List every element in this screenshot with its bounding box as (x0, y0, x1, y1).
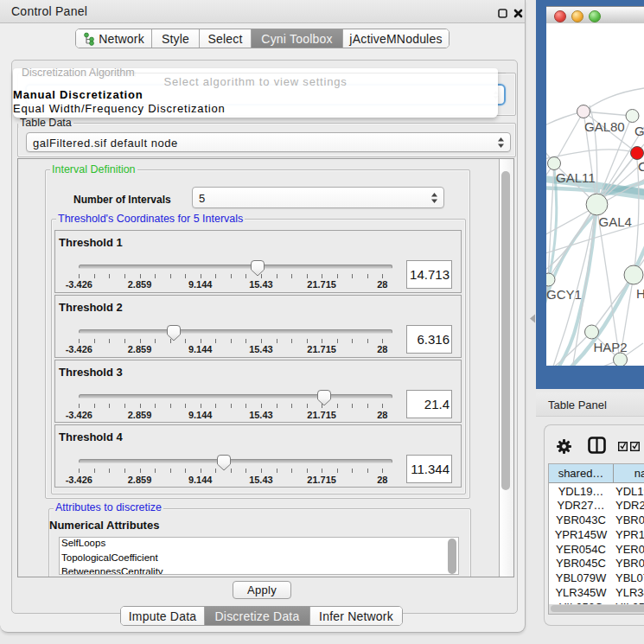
svg-text:GA: GA (634, 124, 644, 138)
svg-text:HAP2: HAP2 (594, 340, 628, 354)
svg-text:GAL4: GAL4 (599, 214, 632, 229)
svg-text:C: C (638, 159, 644, 174)
svg-text:GCY1: GCY1 (546, 287, 582, 302)
svg-text:GAL11: GAL11 (556, 170, 596, 185)
svg-text:GAL80: GAL80 (584, 119, 625, 134)
svg-text:H: H (636, 286, 644, 301)
